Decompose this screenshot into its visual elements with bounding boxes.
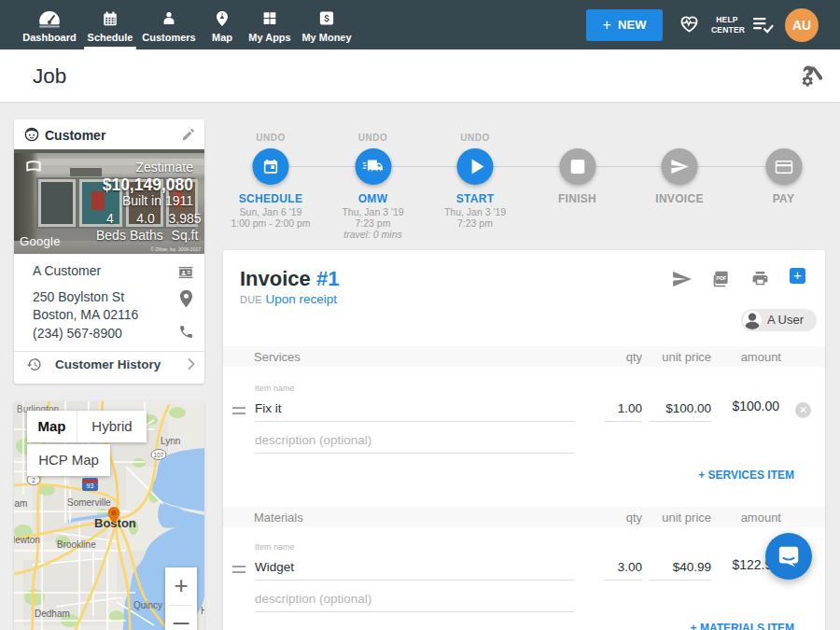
svg-text:Somerville: Somerville (67, 497, 111, 508)
svg-text:Brookline: Brookline (57, 539, 96, 550)
svg-text:107: 107 (154, 452, 164, 458)
svg-text:93: 93 (87, 483, 94, 489)
svg-text:ham: ham (14, 498, 27, 509)
svg-text:Lynn: Lynn (161, 436, 180, 446)
svg-text:2: 2 (32, 477, 35, 483)
svg-text:Newton: Newton (14, 535, 40, 545)
svg-text:Dedham: Dedham (35, 609, 70, 619)
svg-text:Quincy: Quincy (133, 600, 162, 610)
svg-text:Hi: Hi (201, 606, 204, 616)
svg-text:PDF: PDF (717, 275, 728, 281)
